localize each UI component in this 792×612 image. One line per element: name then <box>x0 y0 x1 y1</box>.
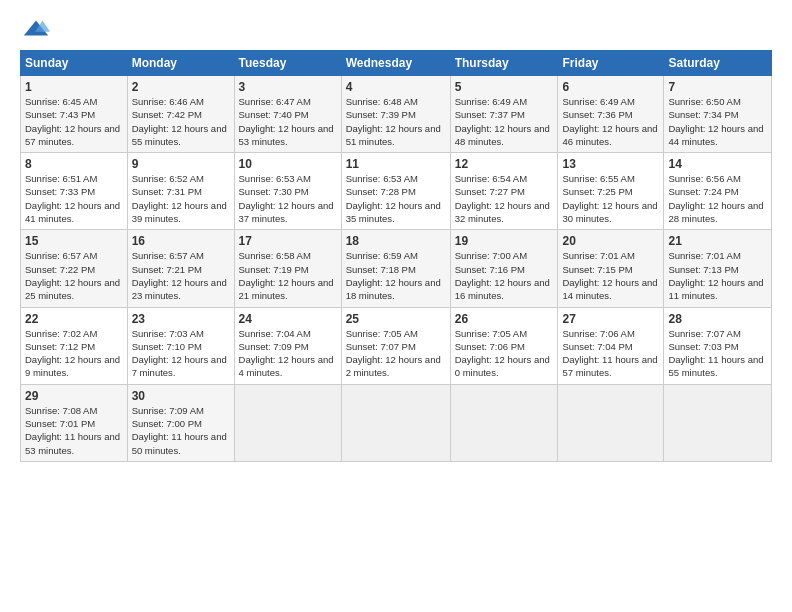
calendar-week-row: 29Sunrise: 7:08 AMSunset: 7:01 PMDayligh… <box>21 384 772 461</box>
table-row: 21Sunrise: 7:01 AMSunset: 7:13 PMDayligh… <box>664 230 772 307</box>
calendar-week-row: 22Sunrise: 7:02 AMSunset: 7:12 PMDayligh… <box>21 307 772 384</box>
calendar-week-row: 8Sunrise: 6:51 AMSunset: 7:33 PMDaylight… <box>21 153 772 230</box>
table-row: 28Sunrise: 7:07 AMSunset: 7:03 PMDayligh… <box>664 307 772 384</box>
day-number: 10 <box>239 157 337 171</box>
header-wednesday: Wednesday <box>341 51 450 76</box>
day-number: 7 <box>668 80 767 94</box>
table-row: 10Sunrise: 6:53 AMSunset: 7:30 PMDayligh… <box>234 153 341 230</box>
day-number: 5 <box>455 80 554 94</box>
day-number: 28 <box>668 312 767 326</box>
day-info: Sunrise: 6:57 AMSunset: 7:22 PMDaylight:… <box>25 250 120 301</box>
day-number: 23 <box>132 312 230 326</box>
day-number: 20 <box>562 234 659 248</box>
day-number: 16 <box>132 234 230 248</box>
day-number: 13 <box>562 157 659 171</box>
day-info: Sunrise: 6:51 AMSunset: 7:33 PMDaylight:… <box>25 173 120 224</box>
day-number: 18 <box>346 234 446 248</box>
calendar-week-row: 1Sunrise: 6:45 AMSunset: 7:43 PMDaylight… <box>21 76 772 153</box>
table-row: 23Sunrise: 7:03 AMSunset: 7:10 PMDayligh… <box>127 307 234 384</box>
day-info: Sunrise: 7:01 AMSunset: 7:13 PMDaylight:… <box>668 250 763 301</box>
day-number: 17 <box>239 234 337 248</box>
day-info: Sunrise: 6:52 AMSunset: 7:31 PMDaylight:… <box>132 173 227 224</box>
day-number: 6 <box>562 80 659 94</box>
day-info: Sunrise: 6:55 AMSunset: 7:25 PMDaylight:… <box>562 173 657 224</box>
day-info: Sunrise: 6:47 AMSunset: 7:40 PMDaylight:… <box>239 96 334 147</box>
table-row: 15Sunrise: 6:57 AMSunset: 7:22 PMDayligh… <box>21 230 128 307</box>
table-row: 8Sunrise: 6:51 AMSunset: 7:33 PMDaylight… <box>21 153 128 230</box>
day-number: 3 <box>239 80 337 94</box>
table-row: 30Sunrise: 7:09 AMSunset: 7:00 PMDayligh… <box>127 384 234 461</box>
calendar-table: Sunday Monday Tuesday Wednesday Thursday… <box>20 50 772 462</box>
day-info: Sunrise: 6:46 AMSunset: 7:42 PMDaylight:… <box>132 96 227 147</box>
calendar-week-row: 15Sunrise: 6:57 AMSunset: 7:22 PMDayligh… <box>21 230 772 307</box>
day-info: Sunrise: 6:49 AMSunset: 7:37 PMDaylight:… <box>455 96 550 147</box>
table-row <box>341 384 450 461</box>
day-info: Sunrise: 6:54 AMSunset: 7:27 PMDaylight:… <box>455 173 550 224</box>
header-friday: Friday <box>558 51 664 76</box>
header-tuesday: Tuesday <box>234 51 341 76</box>
logo-icon <box>22 18 50 40</box>
day-number: 27 <box>562 312 659 326</box>
day-info: Sunrise: 7:08 AMSunset: 7:01 PMDaylight:… <box>25 405 120 456</box>
table-row: 25Sunrise: 7:05 AMSunset: 7:07 PMDayligh… <box>341 307 450 384</box>
day-info: Sunrise: 6:48 AMSunset: 7:39 PMDaylight:… <box>346 96 441 147</box>
table-row: 9Sunrise: 6:52 AMSunset: 7:31 PMDaylight… <box>127 153 234 230</box>
day-number: 12 <box>455 157 554 171</box>
table-row: 5Sunrise: 6:49 AMSunset: 7:37 PMDaylight… <box>450 76 558 153</box>
day-info: Sunrise: 6:59 AMSunset: 7:18 PMDaylight:… <box>346 250 441 301</box>
logo <box>20 18 50 40</box>
header-sunday: Sunday <box>21 51 128 76</box>
table-row: 20Sunrise: 7:01 AMSunset: 7:15 PMDayligh… <box>558 230 664 307</box>
day-number: 30 <box>132 389 230 403</box>
day-number: 14 <box>668 157 767 171</box>
table-row: 18Sunrise: 6:59 AMSunset: 7:18 PMDayligh… <box>341 230 450 307</box>
day-number: 25 <box>346 312 446 326</box>
table-row: 11Sunrise: 6:53 AMSunset: 7:28 PMDayligh… <box>341 153 450 230</box>
day-info: Sunrise: 6:56 AMSunset: 7:24 PMDaylight:… <box>668 173 763 224</box>
day-number: 8 <box>25 157 123 171</box>
day-number: 29 <box>25 389 123 403</box>
day-number: 4 <box>346 80 446 94</box>
day-info: Sunrise: 7:09 AMSunset: 7:00 PMDaylight:… <box>132 405 227 456</box>
day-info: Sunrise: 7:02 AMSunset: 7:12 PMDaylight:… <box>25 328 120 379</box>
day-number: 2 <box>132 80 230 94</box>
table-row: 27Sunrise: 7:06 AMSunset: 7:04 PMDayligh… <box>558 307 664 384</box>
table-row: 14Sunrise: 6:56 AMSunset: 7:24 PMDayligh… <box>664 153 772 230</box>
day-number: 1 <box>25 80 123 94</box>
table-row <box>664 384 772 461</box>
day-info: Sunrise: 7:04 AMSunset: 7:09 PMDaylight:… <box>239 328 334 379</box>
table-row: 16Sunrise: 6:57 AMSunset: 7:21 PMDayligh… <box>127 230 234 307</box>
table-row: 19Sunrise: 7:00 AMSunset: 7:16 PMDayligh… <box>450 230 558 307</box>
day-info: Sunrise: 7:00 AMSunset: 7:16 PMDaylight:… <box>455 250 550 301</box>
day-info: Sunrise: 6:53 AMSunset: 7:30 PMDaylight:… <box>239 173 334 224</box>
table-row: 26Sunrise: 7:05 AMSunset: 7:06 PMDayligh… <box>450 307 558 384</box>
table-row: 6Sunrise: 6:49 AMSunset: 7:36 PMDaylight… <box>558 76 664 153</box>
header-saturday: Saturday <box>664 51 772 76</box>
table-row: 3Sunrise: 6:47 AMSunset: 7:40 PMDaylight… <box>234 76 341 153</box>
day-info: Sunrise: 6:58 AMSunset: 7:19 PMDaylight:… <box>239 250 334 301</box>
day-info: Sunrise: 6:49 AMSunset: 7:36 PMDaylight:… <box>562 96 657 147</box>
day-number: 19 <box>455 234 554 248</box>
page: Sunday Monday Tuesday Wednesday Thursday… <box>0 0 792 472</box>
day-number: 22 <box>25 312 123 326</box>
table-row <box>558 384 664 461</box>
day-number: 26 <box>455 312 554 326</box>
day-info: Sunrise: 7:06 AMSunset: 7:04 PMDaylight:… <box>562 328 657 379</box>
table-row: 2Sunrise: 6:46 AMSunset: 7:42 PMDaylight… <box>127 76 234 153</box>
table-row: 4Sunrise: 6:48 AMSunset: 7:39 PMDaylight… <box>341 76 450 153</box>
day-info: Sunrise: 6:45 AMSunset: 7:43 PMDaylight:… <box>25 96 120 147</box>
table-row: 24Sunrise: 7:04 AMSunset: 7:09 PMDayligh… <box>234 307 341 384</box>
day-info: Sunrise: 6:50 AMSunset: 7:34 PMDaylight:… <box>668 96 763 147</box>
day-info: Sunrise: 7:05 AMSunset: 7:07 PMDaylight:… <box>346 328 441 379</box>
day-number: 15 <box>25 234 123 248</box>
header-thursday: Thursday <box>450 51 558 76</box>
table-row: 17Sunrise: 6:58 AMSunset: 7:19 PMDayligh… <box>234 230 341 307</box>
calendar-header-row: Sunday Monday Tuesday Wednesday Thursday… <box>21 51 772 76</box>
day-info: Sunrise: 6:57 AMSunset: 7:21 PMDaylight:… <box>132 250 227 301</box>
table-row: 29Sunrise: 7:08 AMSunset: 7:01 PMDayligh… <box>21 384 128 461</box>
table-row <box>234 384 341 461</box>
day-info: Sunrise: 7:05 AMSunset: 7:06 PMDaylight:… <box>455 328 550 379</box>
table-row: 22Sunrise: 7:02 AMSunset: 7:12 PMDayligh… <box>21 307 128 384</box>
day-number: 24 <box>239 312 337 326</box>
table-row: 1Sunrise: 6:45 AMSunset: 7:43 PMDaylight… <box>21 76 128 153</box>
